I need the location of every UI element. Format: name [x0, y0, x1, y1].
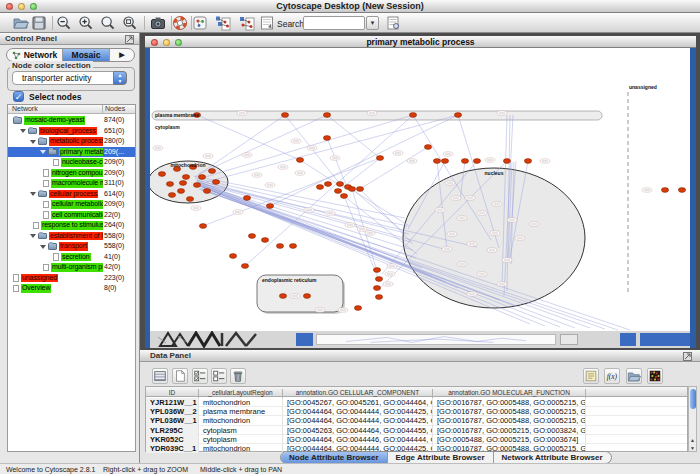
network-node[interactable]	[324, 182, 331, 187]
scroll-down-icon[interactable]: ▼	[689, 444, 696, 452]
help-icon[interactable]	[172, 15, 188, 31]
network-node[interactable]	[158, 172, 165, 177]
minimized-window-icon[interactable]	[296, 333, 313, 346]
window-maximize-icon[interactable]	[175, 39, 182, 46]
tree-row[interactable]: cellular metabolic process209(0)	[8, 199, 135, 210]
destroy-view-icon[interactable]	[239, 15, 255, 31]
minimized-window-icon[interactable]	[560, 334, 578, 345]
tree-row[interactable]: primary metabolic process209(...	[8, 147, 135, 158]
tree-row[interactable]: cellular process614(0)	[8, 189, 135, 200]
network-node[interactable]	[243, 196, 250, 201]
network-node[interactable]	[316, 185, 323, 190]
network-node[interactable]	[340, 194, 347, 199]
minimized-window-icon[interactable]	[620, 333, 636, 346]
table-row[interactable]: YLR295Ccytoplasm[GO:0045263, GO:0044464,…	[146, 426, 687, 435]
network-node[interactable]	[166, 182, 173, 187]
network-node[interactable]	[261, 238, 268, 243]
maximize-icon[interactable]	[30, 3, 37, 10]
zoom-out-icon[interactable]	[56, 15, 72, 31]
network-node[interactable]	[212, 180, 219, 185]
network-edge[interactable]	[194, 176, 405, 218]
zoom-fit-icon[interactable]	[100, 15, 116, 31]
network-node[interactable]	[229, 254, 236, 259]
table-column-header[interactable]: annotation.GO MOLECULAR_FUNCTION	[433, 389, 586, 399]
network-node[interactable]	[289, 244, 296, 249]
network-node[interactable]	[375, 277, 382, 282]
network-node[interactable]	[177, 189, 184, 194]
tree-row[interactable]: metabolic process280(0)	[8, 136, 135, 147]
network-edge[interactable]	[206, 115, 458, 182]
network-node[interactable]	[296, 158, 303, 163]
network-node[interactable]	[168, 193, 175, 198]
network-node[interactable]	[199, 224, 206, 229]
network-node[interactable]	[276, 244, 283, 249]
table-column-header[interactable]: _cellularLayoutRegion	[199, 389, 283, 399]
scroll-up-icon[interactable]: ▲	[689, 436, 696, 444]
scrollbar-thumb[interactable]	[690, 389, 696, 409]
network-node[interactable]	[373, 286, 380, 291]
network-edge[interactable]	[360, 189, 413, 244]
tree-expand-icon[interactable]	[40, 150, 46, 154]
tree-row[interactable]: cell communication22(0)	[8, 210, 135, 221]
network-node[interactable]	[179, 181, 186, 186]
minimize-icon[interactable]	[18, 3, 25, 10]
network-node[interactable]	[186, 197, 193, 202]
table-column-header[interactable]: annotation.GO CELLULAR_COMPONENT	[283, 389, 433, 399]
search-dropdown-button[interactable]: ▼	[366, 16, 379, 30]
network-node[interactable]	[503, 159, 510, 164]
network-edge[interactable]	[195, 115, 285, 177]
tree-header[interactable]: Network Nodes	[8, 105, 135, 114]
zoom-in-icon[interactable]	[78, 15, 94, 31]
network-node[interactable]	[524, 159, 531, 164]
minimized-network-preview[interactable]	[316, 334, 556, 345]
select-attributes-icon[interactable]	[192, 368, 208, 384]
network-node[interactable]	[441, 159, 448, 164]
tab-overflow-button[interactable]: ▶	[110, 49, 134, 61]
delete-attribute-icon[interactable]	[230, 368, 246, 384]
table-row[interactable]: YPL036W__2plasma membrane[GO:0044464, GO…	[146, 407, 687, 416]
float-panel-icon[interactable]	[683, 352, 692, 361]
network-node[interactable]	[334, 189, 341, 194]
network-node[interactable]	[373, 268, 380, 273]
network-node[interactable]	[208, 169, 215, 174]
network-node[interactable]	[248, 234, 255, 239]
tab-edge-attribute-browser[interactable]: Edge Attribute Browser	[388, 452, 494, 463]
tree-row[interactable]: mosaic-demo-yeast874(0)	[8, 115, 135, 126]
network-node[interactable]	[323, 136, 330, 141]
network-node[interactable]	[424, 145, 431, 150]
network-node[interactable]	[281, 113, 288, 118]
network-node[interactable]	[433, 159, 440, 164]
minimized-window-icon[interactable]	[158, 331, 278, 348]
save-session-icon[interactable]	[31, 15, 47, 31]
network-edge[interactable]	[199, 186, 416, 258]
network-node[interactable]	[356, 187, 363, 192]
tree-row[interactable]: establishment of localization558(0)	[8, 231, 135, 242]
tree-row[interactable]: secretion41(0)	[8, 252, 135, 263]
zoom-selected-icon[interactable]	[122, 15, 138, 31]
tab-network-attribute-browser[interactable]: Network Attribute Browser	[494, 452, 611, 463]
edit-attribute-icon[interactable]	[583, 368, 599, 384]
tree-expand-icon[interactable]	[20, 129, 26, 133]
tree-expand-icon[interactable]	[30, 140, 36, 144]
tree-row[interactable]: multi-organism process42(0)	[8, 262, 135, 273]
attribute-table-header[interactable]: ID_cellularLayoutRegionannotation.GO CEL…	[146, 387, 687, 397]
new-attribute-icon[interactable]	[172, 368, 188, 384]
network-node[interactable]	[336, 182, 343, 187]
table-scrollbar[interactable]: ▲ ▼	[688, 386, 697, 452]
network-node[interactable]	[473, 159, 480, 164]
network-node[interactable]	[303, 294, 310, 299]
import-attributes-icon[interactable]	[626, 368, 642, 384]
network-canvas[interactable]: plasma membranecytoplasmmitochondrionnuc…	[150, 48, 690, 331]
table-column-header[interactable]: ID	[146, 389, 199, 399]
table-row[interactable]: YKR052Ccytoplasm[GO:0044464, GO:0044446,…	[146, 435, 687, 444]
network-node[interactable]	[661, 188, 668, 193]
network-node[interactable]	[203, 189, 210, 194]
tree-row[interactable]: nitrogen compound metabolic209(0)	[8, 168, 135, 179]
network-edge[interactable]	[342, 158, 380, 188]
network-node[interactable]	[266, 204, 273, 209]
edit-network-icon[interactable]	[259, 15, 275, 31]
tab-mosaic[interactable]: Mosaic	[63, 49, 110, 61]
network-window-titlebar[interactable]: primary metabolic process	[145, 36, 696, 48]
open-session-icon[interactable]	[13, 15, 29, 31]
minimized-window-titlebar[interactable]	[640, 333, 690, 346]
